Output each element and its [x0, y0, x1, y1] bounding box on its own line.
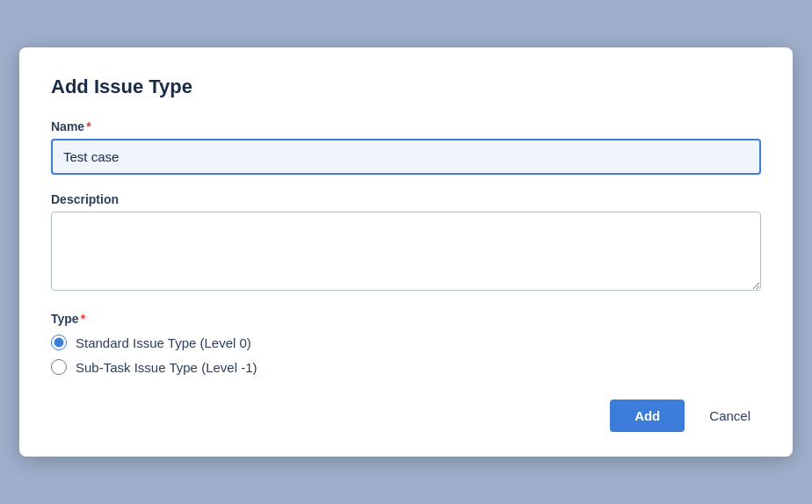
description-textarea[interactable] [51, 212, 761, 291]
add-issue-type-modal: Add Issue Type Name* Description Type* S… [19, 47, 793, 457]
radio-option-standard[interactable]: Standard Issue Type (Level 0) [51, 335, 761, 350]
modal-backdrop: Add Issue Type Name* Description Type* S… [0, 0, 812, 504]
radio-standard[interactable] [51, 335, 67, 350]
type-radio-group: Standard Issue Type (Level 0) Sub-Task I… [51, 335, 761, 375]
description-field-group: Description [51, 192, 761, 294]
radio-subtask[interactable] [51, 359, 67, 375]
name-label: Name* [51, 119, 761, 133]
name-required-star: * [86, 119, 91, 133]
type-field-group: Type* Standard Issue Type (Level 0) Sub-… [51, 312, 761, 375]
description-label: Description [51, 192, 761, 206]
type-required-star: * [81, 312, 85, 326]
modal-title: Add Issue Type [51, 76, 761, 98]
modal-footer: Add Cancel [51, 400, 761, 432]
name-field-group: Name* [51, 119, 761, 175]
radio-standard-label: Standard Issue Type (Level 0) [76, 335, 251, 350]
cancel-button[interactable]: Cancel [699, 400, 761, 432]
type-label: Type* [51, 312, 761, 326]
name-input[interactable] [51, 139, 761, 175]
add-button[interactable]: Add [610, 400, 685, 432]
radio-option-subtask[interactable]: Sub-Task Issue Type (Level -1) [51, 359, 761, 375]
radio-subtask-label: Sub-Task Issue Type (Level -1) [76, 360, 257, 375]
